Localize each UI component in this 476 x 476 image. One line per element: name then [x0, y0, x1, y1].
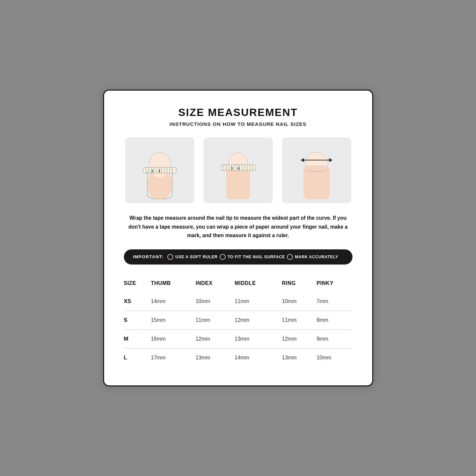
size-measurement-card: SIZE MEASUREMENT INSTRUCTIONS ON HOW TO … [103, 90, 373, 386]
cell-0-2: 10mm [192, 292, 232, 311]
cell-0-1: 14mm [148, 292, 192, 311]
cell-1-4: 11mm [279, 311, 313, 329]
illustration-front: 3 4 [204, 137, 273, 203]
table-row: L17mm13mm14mm13mm10mm [124, 348, 352, 367]
cell-0-5: 7mm [313, 292, 352, 311]
cell-3-4: 13mm [279, 348, 313, 367]
cell-1-0: S [124, 311, 148, 329]
col-size: SIZE [124, 276, 148, 292]
table-row: XS14mm10mm11mm10mm7mm [124, 292, 352, 311]
cell-2-3: 13mm [231, 329, 279, 348]
cell-2-1: 16mm [148, 329, 192, 348]
important-item-1: USE A SOFT RULER [167, 254, 217, 260]
illustration-wrap: 2 3 [125, 137, 194, 203]
important-bar: IMPORTANT: USE A SOFT RULER TO FIT THE N… [124, 249, 352, 265]
cell-1-5: 8mm [313, 311, 352, 329]
cell-0-0: XS [124, 292, 148, 311]
page-subtitle: INSTRUCTIONS ON HOW TO MEASURE NAIL SIZE… [124, 121, 352, 127]
important-item-2: TO FIT THE NAIL SURFACE [220, 254, 285, 260]
col-middle: MIDDLE [231, 276, 279, 292]
cell-3-5: 10mm [313, 348, 352, 367]
cell-2-0: M [124, 329, 148, 348]
cell-0-4: 10mm [279, 292, 313, 311]
svg-marker-37 [329, 158, 332, 162]
cell-3-1: 17mm [148, 348, 192, 367]
cell-1-2: 11mm [192, 311, 232, 329]
table-header-row: SIZE THUMB INDEX MIDDLE RING PINKY [124, 276, 352, 292]
cell-2-2: 12mm [192, 329, 232, 348]
svg-text:3: 3 [158, 169, 160, 173]
svg-text:4: 4 [238, 167, 239, 170]
cell-3-3: 14mm [231, 348, 279, 367]
cell-2-5: 9mm [313, 329, 352, 348]
cell-1-1: 15mm [148, 311, 192, 329]
svg-text:2: 2 [152, 169, 154, 173]
description-text: Wrap the tape measure around the nail ti… [124, 214, 352, 240]
cell-0-3: 11mm [231, 292, 279, 311]
important-item-3: MARK ACCURATELY [287, 254, 338, 260]
size-table: SIZE THUMB INDEX MIDDLE RING PINKY XS14m… [124, 276, 352, 367]
important-label: IMPORTANT: [133, 254, 164, 259]
illustration-width [282, 137, 351, 203]
page-title: SIZE MEASUREMENT [124, 106, 352, 119]
illustrations-section: 2 3 [124, 137, 352, 203]
svg-marker-36 [301, 158, 304, 162]
dot-icon-2 [220, 254, 226, 260]
table-row: S15mm11mm12mm11mm8mm [124, 311, 352, 329]
cell-2-4: 12mm [279, 329, 313, 348]
cell-1-3: 12mm [231, 311, 279, 329]
cell-3-2: 13mm [192, 348, 232, 367]
dot-icon-3 [287, 254, 293, 260]
col-pinky: PINKY [313, 276, 352, 292]
col-index: INDEX [192, 276, 232, 292]
col-thumb: THUMB [148, 276, 192, 292]
svg-text:3: 3 [231, 167, 233, 170]
col-ring: RING [279, 276, 313, 292]
dot-icon-1 [167, 254, 173, 260]
table-row: M16mm12mm13mm12mm9mm [124, 329, 352, 348]
cell-3-0: L [124, 348, 148, 367]
svg-rect-16 [226, 168, 250, 199]
